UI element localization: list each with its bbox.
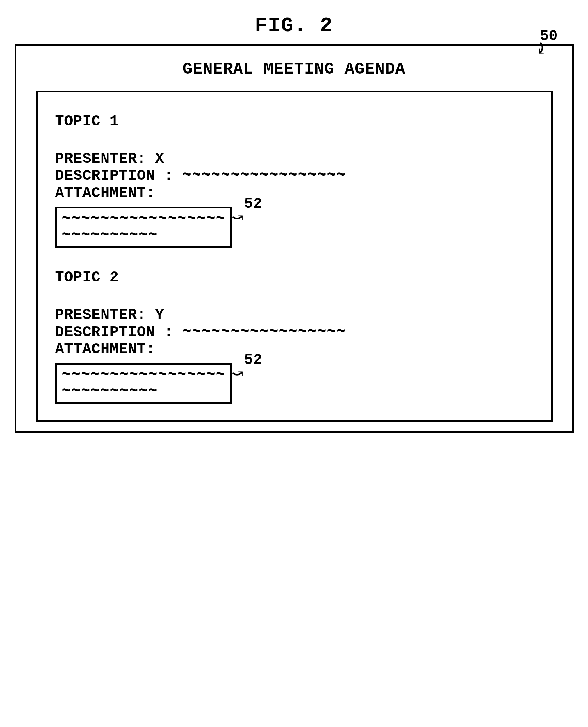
reference-numeral-52: 52	[244, 196, 262, 212]
leader-curve-icon: ⤻	[232, 367, 244, 382]
topic-block: TOPIC 2 PRESENTER: Y DESCRIPTION : ~~~~~…	[55, 269, 533, 407]
presenter-value: X	[155, 150, 164, 167]
presenter-label: PRESENTER:	[55, 150, 146, 167]
leader-curve-icon: ⤹	[535, 40, 547, 58]
attachment-box: 52 ⤻ ~~~~~~~~~~~~~~~~~ ~~~~~~~~~~	[55, 207, 232, 248]
leader-curve-icon: ⤻	[232, 211, 244, 226]
description-line: DESCRIPTION : ~~~~~~~~~~~~~~~~~	[55, 324, 533, 341]
attachment-label: ATTACHMENT:	[55, 185, 533, 202]
agenda-panel: TOPIC 1 PRESENTER: X DESCRIPTION : ~~~~~…	[36, 91, 553, 422]
squiggle-icon: ~~~~~~~~~~~~~~~~~	[182, 165, 346, 187]
squiggle-icon: ~~~~~~~~~~~~~~~~~	[182, 321, 346, 343]
topic-heading: TOPIC 1	[55, 113, 533, 130]
attachment-label: ATTACHMENT:	[55, 341, 533, 358]
topic-heading: TOPIC 2	[55, 269, 533, 286]
squiggle-icon: ~~~~~~~~~~	[62, 381, 226, 402]
squiggle-icon: ~~~~~~~~~~	[62, 225, 226, 246]
description-line: DESCRIPTION : ~~~~~~~~~~~~~~~~~	[55, 167, 533, 184]
description-label: DESCRIPTION :	[55, 167, 173, 184]
reference-numeral-52: 52	[244, 352, 262, 368]
attachment-box: 52 ⤻ ~~~~~~~~~~~~~~~~~ ~~~~~~~~~~	[55, 363, 232, 404]
figure-label: FIG. 2	[15, 14, 574, 37]
figure-container: FIG. 2 50 ⤹ GENERAL MEETING AGENDA TOPIC…	[15, 14, 574, 433]
outer-frame: 50 ⤹ GENERAL MEETING AGENDA TOPIC 1 PRES…	[15, 44, 574, 433]
description-label: DESCRIPTION :	[55, 324, 173, 341]
topic-block: TOPIC 1 PRESENTER: X DESCRIPTION : ~~~~~…	[55, 113, 533, 251]
presenter-label: PRESENTER:	[55, 307, 146, 324]
agenda-title: GENERAL MEETING AGENDA	[36, 60, 553, 79]
presenter-value: Y	[155, 307, 164, 324]
